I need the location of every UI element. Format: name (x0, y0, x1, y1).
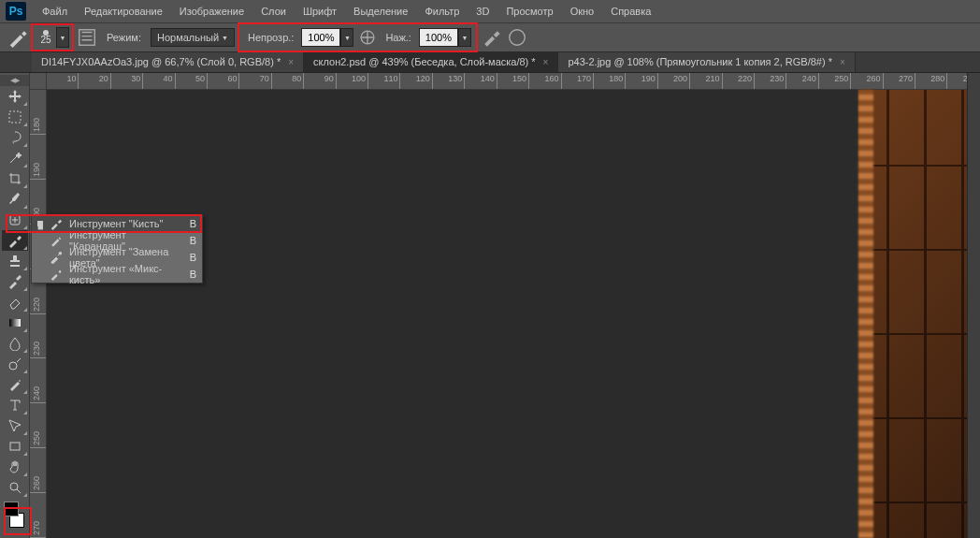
tool-hand[interactable] (2, 457, 28, 477)
svg-point-2 (510, 30, 526, 46)
flyout-shortcut: B (190, 218, 196, 229)
opacity-dropdown[interactable]: ▼ (340, 28, 353, 47)
menu-файл[interactable]: Файл (34, 2, 76, 21)
opacity-group: Непрозр.: ▼ Наж.: ▼ (240, 25, 475, 50)
foreground-color-swatch[interactable] (4, 502, 19, 516)
svg-point-8 (10, 483, 18, 490)
tool-dodge[interactable] (2, 354, 28, 374)
brush-size-value: 25 (40, 36, 50, 45)
tool-healing[interactable] (2, 210, 28, 230)
document-tab[interactable]: склон2.psd @ 439% (Беседка, Слой-маска/8… (304, 51, 558, 72)
close-icon[interactable]: × (288, 57, 294, 67)
menu-окно[interactable]: Окно (562, 2, 603, 21)
tool-path[interactable] (2, 415, 28, 436)
mix-icon (49, 268, 64, 281)
flow-label: Наж.: (382, 32, 415, 43)
tool-blur[interactable] (2, 333, 28, 354)
flyout-shortcut: B (190, 252, 196, 263)
document-image (858, 90, 980, 538)
ruler-origin[interactable] (30, 73, 47, 90)
document-tab[interactable]: DI14FYJX0AAzOa3.jpg @ 66,7% (Слой 0, RGB… (32, 51, 304, 72)
svg-rect-3 (9, 111, 21, 123)
svg-rect-5 (9, 319, 21, 327)
mode-label: Режим: (103, 32, 145, 43)
brush-preset-picker[interactable]: 25 ▼ (34, 26, 71, 49)
flyout-label: Инструмент "Кисть" (69, 218, 184, 229)
app-logo: Ps (6, 2, 26, 21)
brush-panel-toggle-icon[interactable] (77, 27, 97, 48)
flyout-shortcut: B (190, 235, 196, 246)
menu-редактирование[interactable]: Редактирование (76, 2, 171, 21)
tool-wand[interactable] (2, 148, 28, 168)
close-icon[interactable]: × (840, 57, 845, 67)
tool-history[interactable] (2, 271, 28, 292)
opacity-input[interactable] (301, 28, 340, 47)
flow-input[interactable] (419, 28, 458, 47)
opacity-label: Непрозр.: (244, 32, 297, 43)
canvas-area: 1020304050607080901001101201301401501601… (30, 73, 980, 538)
menu-изображение[interactable]: Изображение (171, 2, 252, 21)
svg-rect-7 (10, 443, 20, 450)
color-swatches[interactable] (2, 502, 28, 530)
svg-point-6 (9, 362, 17, 370)
replace-icon (49, 251, 64, 264)
brush-preset-dropdown[interactable]: ▼ (56, 27, 69, 48)
menu-выделение[interactable]: Выделение (345, 2, 416, 21)
tool-zoom[interactable] (2, 477, 28, 498)
pressure-opacity-icon[interactable] (357, 27, 378, 48)
flyout-shortcut: B (190, 269, 196, 280)
blend-mode-value: Нормальный (157, 32, 219, 43)
menu-справка[interactable]: Справка (602, 2, 659, 21)
options-bar: 25 ▼ Режим: Нормальный ▼ Непрозр.: ▼ Наж… (0, 22, 980, 52)
menu-bar: Ps ФайлРедактированиеИзображениеСлоиШриф… (0, 0, 980, 22)
svg-point-9 (59, 252, 63, 255)
menu-фильтр[interactable]: Фильтр (416, 2, 468, 21)
pencil-icon (49, 234, 64, 247)
tool-brush[interactable] (2, 230, 28, 251)
airbrush-icon[interactable] (481, 27, 501, 48)
tool-marquee[interactable] (2, 107, 28, 127)
tab-label: DI14FYJX0AAzOa3.jpg @ 66,7% (Слой 0, RGB… (41, 56, 281, 67)
flyout-item[interactable]: ■Инструмент «Микс-кисть»B (32, 266, 202, 283)
panel-dock-strip[interactable] (967, 73, 980, 538)
document-tab[interactable]: p43-2.jpg @ 108% (Прямоугольник 1 копия … (558, 51, 855, 72)
brush-tool-flyout: ■Инструмент "Кисть"B■Инструмент "Каранда… (31, 214, 203, 284)
tool-crop[interactable] (2, 168, 28, 189)
active-dot-icon: ■ (37, 221, 43, 226)
tool-eraser[interactable] (2, 292, 28, 313)
flow-dropdown[interactable]: ▼ (458, 28, 471, 47)
close-icon[interactable]: × (543, 57, 549, 67)
canvas[interactable] (47, 90, 980, 538)
blend-mode-select[interactable]: Нормальный ▼ (151, 28, 235, 47)
ruler-horizontal[interactable]: 1020304050607080901001101201301401501601… (47, 73, 980, 90)
tool-lasso[interactable] (2, 127, 28, 148)
toolbox-collapse[interactable]: ◀▶ (0, 75, 29, 86)
tool-stamp[interactable] (2, 251, 28, 271)
flyout-label: Инструмент «Микс-кисть» (69, 263, 184, 285)
tool-move[interactable] (2, 86, 28, 107)
tool-rect[interactable] (2, 436, 28, 457)
menu-просмотр[interactable]: Просмотр (497, 2, 561, 21)
menu-шрифт[interactable]: Шрифт (295, 2, 345, 21)
pressure-size-icon[interactable] (507, 27, 527, 48)
document-tab-bar: DI14FYJX0AAzOa3.jpg @ 66,7% (Слой 0, RGB… (0, 52, 980, 73)
chevron-down-icon: ▼ (222, 35, 228, 41)
ruler-vertical[interactable]: 180190200210220230240250260270 (30, 90, 47, 538)
tab-label: склон2.psd @ 439% (Беседка, Слой-маска/8… (313, 56, 536, 67)
tool-eyedropper[interactable] (2, 189, 28, 210)
menu-3d[interactable]: 3D (468, 2, 497, 21)
tab-label: p43-2.jpg @ 108% (Прямоугольник 1 копия … (568, 56, 832, 67)
tool-pen[interactable] (2, 374, 28, 395)
menu-слои[interactable]: Слои (252, 2, 295, 21)
brush-icon (49, 217, 64, 230)
current-tool-icon[interactable] (7, 27, 28, 48)
toolbox: ◀▶ (0, 73, 30, 538)
tool-type[interactable] (2, 395, 28, 415)
tool-gradient[interactable] (2, 313, 28, 333)
